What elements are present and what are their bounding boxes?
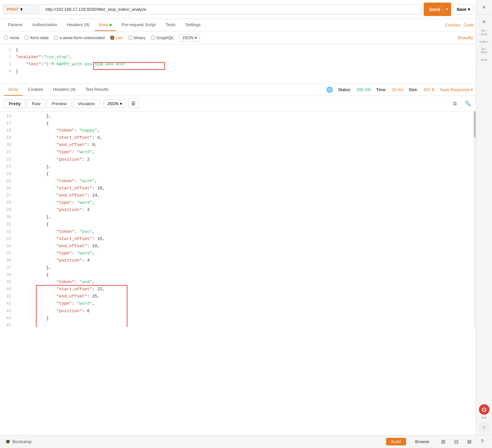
- send-button[interactable]: Send ▾: [424, 3, 451, 16]
- tab-params[interactable]: Params: [3, 19, 27, 31]
- option-graphql[interactable]: GraphQL: [151, 35, 174, 40]
- bottom-bar: 🎓 Bootcamp Build Browse ⊞ ⊟ ⊠ ?: [0, 435, 492, 448]
- tab-tests[interactable]: Tests: [161, 19, 180, 31]
- send-dropdown-arrow[interactable]: ▾: [442, 5, 451, 14]
- option-none[interactable]: none: [4, 35, 19, 40]
- save-response-button[interactable]: Save Response ▾: [440, 87, 473, 92]
- request-body-editor[interactable]: 1 { 2 "analyzer":"cus_stop", 3 "text":"I…: [0, 44, 477, 84]
- response-section: Body Cookies Headers (4) Test Results 🌐 …: [0, 84, 477, 435]
- resp-line-31: 31 {: [0, 221, 477, 228]
- bottom-split-icon[interactable]: ⊟: [451, 437, 461, 446]
- resp-line-26: 26 "start_offset": 10,: [0, 185, 477, 192]
- resp-line-29: 29 "position": 3: [0, 206, 477, 214]
- method-select[interactable]: POST ▾: [3, 5, 39, 14]
- size-label: Size:: [409, 87, 418, 92]
- response-tab-body[interactable]: Body: [4, 84, 23, 96]
- resp-line-33: 33 "start_offset": 15,: [0, 235, 477, 243]
- resp-line-42: 42 "type": "word",: [0, 300, 477, 307]
- cookies-link[interactable]: Cookies: [445, 23, 460, 27]
- response-tab-cookies[interactable]: Cookies: [24, 84, 48, 96]
- resp-line-45: 45: [0, 322, 477, 327]
- body-options-bar: none form-data x-www-form-urlencoded raw…: [0, 31, 477, 44]
- save-button[interactable]: Save ▾: [453, 4, 474, 14]
- resp-line-19: 19 "start_offset": 4,: [0, 134, 477, 141]
- resp-line-23: 23 },: [0, 163, 477, 170]
- filter-icon: ☰: [131, 101, 136, 106]
- beautify-button[interactable]: Beautify: [458, 35, 473, 40]
- code-line-3: 3 "text":"I'M HAPPY_with you 结束 and end": [0, 61, 477, 68]
- bottom-help-icon[interactable]: ?: [478, 437, 487, 446]
- copy-icon-button[interactable]: ⧉: [450, 99, 460, 108]
- resp-line-37: 37 },: [0, 264, 477, 271]
- status-label: Status:: [338, 87, 351, 92]
- side-panel-node-item-2: node-1: [478, 39, 490, 45]
- resp-line-17: 17 {: [0, 120, 477, 127]
- filter-icon-button[interactable]: ☰: [128, 99, 139, 108]
- option-binary[interactable]: binary: [128, 35, 145, 40]
- resp-line-32: 32 "token": "you",: [0, 228, 477, 235]
- resp-line-16: 16 },: [0, 113, 477, 120]
- time-value: 10 ms: [392, 87, 403, 92]
- response-json-dropdown[interactable]: JSON ▾: [104, 99, 126, 108]
- option-raw[interactable]: raw: [110, 35, 123, 40]
- json-dropdown-arrow: ▾: [195, 35, 197, 40]
- response-tab-bar: Body Cookies Headers (4) Test Results 🌐 …: [0, 84, 477, 96]
- resp-line-35: 35 "type": "word",: [0, 250, 477, 257]
- resp-line-24: 24 {: [0, 170, 477, 178]
- format-visualize-button[interactable]: Visualize: [73, 99, 100, 108]
- tab-body[interactable]: Body: [94, 19, 116, 31]
- response-body[interactable]: 16 }, 17 { 18 "token": "happy",: [0, 111, 477, 327]
- top-bar: POST ▾ Send ▾ Save ▾: [0, 0, 477, 19]
- side-panel-close-button[interactable]: ✕: [480, 3, 489, 12]
- url-input[interactable]: [41, 4, 422, 14]
- response-tab-test-results[interactable]: Test Results: [81, 84, 113, 96]
- tab-bar-right-actions: Cookies Code: [445, 23, 474, 27]
- format-pretty-button[interactable]: Pretty: [4, 99, 26, 108]
- bootcamp-icon: 🎓: [5, 439, 10, 444]
- code-link[interactable]: Code: [464, 23, 474, 27]
- response-meta: 🌐 Status: 200 OK Time: 10 ms Size: 302 B…: [326, 87, 473, 93]
- format-raw-button[interactable]: Raw: [27, 99, 45, 108]
- option-urlencoded[interactable]: x-www-form-urlencoded: [54, 35, 105, 40]
- tab-pre-request[interactable]: Pre-request Script: [117, 19, 160, 31]
- request-tab-bar: Params Authorization Headers (9) Body Pr…: [0, 19, 477, 31]
- status-value: 200 OK: [356, 87, 371, 92]
- globe-icon: 🌐: [326, 87, 333, 93]
- format-bar: Pretty Raw Preview Visualize JSON ▾ ☰ ⧉ …: [0, 96, 477, 111]
- method-label: POST: [7, 7, 18, 12]
- time-label: Time:: [376, 87, 386, 92]
- resp-line-43: 43 "position": 6: [0, 308, 477, 315]
- json-format-dropdown[interactable]: JSON ▾: [179, 34, 200, 41]
- bootcamp-item[interactable]: 🎓 Bootcamp: [5, 439, 32, 444]
- method-dropdown-icon: ▾: [20, 7, 23, 12]
- option-form-data[interactable]: form-data: [25, 35, 49, 40]
- tab-authorization[interactable]: Authorization: [28, 19, 62, 31]
- code-line-4: 4 }: [0, 68, 477, 75]
- side-panel: ✕ ✕ ler l8523 node-1 ler l8523 node ⏻ Ex…: [476, 0, 492, 435]
- resp-line-18: 18 "token": "happy",: [0, 127, 477, 134]
- search-icon-button[interactable]: 🔍: [463, 99, 473, 108]
- bottom-layout-icon[interactable]: ⊠: [465, 437, 474, 446]
- exit-button[interactable]: ⏻: [479, 404, 489, 415]
- resp-line-20: 20 "end_offset": 9,: [0, 141, 477, 149]
- resp-line-25: 25 "token": "with",: [0, 178, 477, 185]
- tab-headers[interactable]: Headers (9): [62, 19, 94, 31]
- resp-line-40: 40 "start_offset": 22,: [0, 286, 477, 293]
- side-extra-button[interactable]: ○: [479, 422, 489, 432]
- bottom-build-tab[interactable]: Build: [386, 438, 406, 445]
- resp-line-38: 38 {: [0, 271, 477, 279]
- resp-line-28: 28 "type": "word",: [0, 199, 477, 206]
- code-line-1: 1 {: [0, 46, 477, 54]
- response-tab-headers[interactable]: Headers (4): [49, 84, 80, 96]
- resp-line-30: 30 },: [0, 214, 477, 221]
- side-panel-close-button-2[interactable]: ✕: [480, 17, 489, 26]
- resp-line-27: 27 "end_offset": 14,: [0, 192, 477, 199]
- format-preview-button[interactable]: Preview: [47, 99, 72, 108]
- response-toolbar-right: ⧉ 🔍: [450, 99, 473, 108]
- bottom-browse-tab[interactable]: Browse: [410, 438, 435, 445]
- tab-settings[interactable]: Settings: [181, 19, 205, 31]
- body-active-dot: [109, 24, 112, 26]
- resp-line-21: 21 "type": "word",: [0, 149, 477, 156]
- bottom-grid-icon[interactable]: ⊞: [438, 437, 448, 446]
- side-panel-node-item-4: node: [479, 57, 488, 63]
